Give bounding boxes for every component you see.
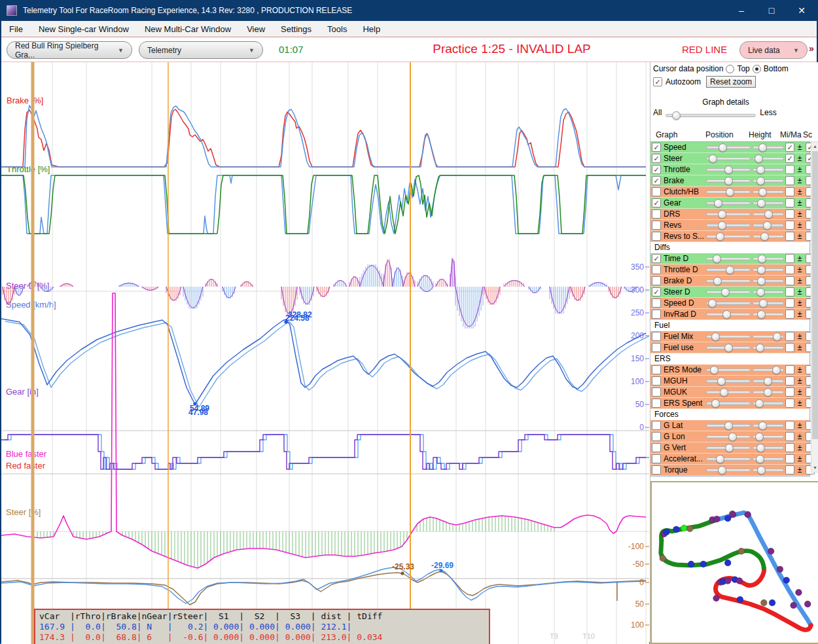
enable-checkbox-steer[interactable]: ✓	[652, 154, 661, 163]
height-slider-throttle-d-thumb[interactable]	[757, 266, 766, 274]
position-slider-drs-thumb[interactable]	[718, 210, 726, 219]
height-slider-mguh-thumb[interactable]	[764, 377, 772, 385]
plusminus-button-accelerat[interactable]: ±	[796, 454, 804, 463]
position-slider-mguk[interactable]	[706, 388, 751, 397]
position-slider-steer-thumb[interactable]	[709, 154, 717, 163]
height-slider-drs-thumb[interactable]	[764, 210, 773, 219]
position-slider-fuel-use[interactable]	[706, 344, 751, 352]
enable-checkbox-fuel-mix[interactable]	[652, 332, 661, 341]
position-slider-accelerat[interactable]	[706, 455, 751, 463]
cursor-bottom-radio[interactable]	[753, 65, 761, 73]
plusminus-button-g-vert[interactable]: ±	[796, 443, 804, 452]
height-slider-gear[interactable]	[753, 199, 784, 207]
position-slider-fuel-use-thumb[interactable]	[724, 344, 733, 352]
position-slider-speed[interactable]	[706, 143, 751, 152]
menu-item-tools[interactable]: Tools	[319, 22, 355, 36]
plusminus-button-revs[interactable]: ±	[796, 221, 804, 230]
height-slider-speed-thumb[interactable]	[758, 143, 767, 152]
mima-checkbox-mguk[interactable]	[785, 387, 794, 397]
position-slider-drs[interactable]	[706, 210, 751, 219]
height-slider-g-vert[interactable]	[753, 444, 784, 452]
close-button[interactable]: ✕	[787, 0, 817, 21]
plusminus-button-fuel-mix[interactable]: ±	[796, 332, 804, 341]
mima-checkbox-throttle-d[interactable]	[785, 265, 794, 274]
enable-checkbox-g-lat[interactable]	[652, 421, 661, 430]
menu-item-new-multi-car-window[interactable]: New Multi-Car Window	[137, 22, 239, 36]
track-selector-dropdown[interactable]: Red Bull Ring Spielberg Gra... ▼	[7, 41, 132, 59]
telemetry-charts-svg[interactable]: 350300250200150100500-100-50050100T9T102…	[1, 62, 649, 644]
height-slider-mguh[interactable]	[753, 377, 784, 385]
mima-checkbox-drs[interactable]	[785, 209, 794, 219]
autozoom-checkbox[interactable]: ✓	[653, 77, 662, 86]
minimize-button[interactable]: –	[726, 0, 756, 21]
enable-checkbox-steer-d[interactable]: ✓	[652, 287, 661, 296]
graph-list-scrollbar[interactable]: ▲ ▼	[811, 141, 818, 473]
plusminus-button-speed-d[interactable]: ±	[796, 298, 804, 308]
height-slider-ers-spent[interactable]	[753, 399, 784, 408]
expand-panel-button[interactable]: »	[809, 43, 814, 54]
height-slider-throttle-d[interactable]	[753, 266, 784, 274]
height-slider-g-lon[interactable]	[753, 433, 784, 441]
plusminus-button-g-lon[interactable]: ±	[796, 432, 804, 441]
mima-checkbox-speed[interactable]: ✓	[785, 143, 794, 152]
height-slider-time-d-thumb[interactable]	[758, 255, 766, 263]
height-slider-steer-thumb[interactable]	[755, 154, 763, 163]
plusminus-button-g-lat[interactable]: ±	[796, 421, 804, 430]
enable-checkbox-torque[interactable]	[652, 465, 661, 474]
enable-checkbox-accelerat[interactable]	[652, 454, 661, 463]
scrollbar-thumb[interactable]	[812, 151, 818, 439]
plusminus-button-ers-mode[interactable]: ±	[796, 365, 804, 374]
height-slider-time-d[interactable]	[753, 255, 784, 263]
height-slider-ers-mode-thumb[interactable]	[772, 366, 781, 374]
position-slider-revs[interactable]	[706, 221, 751, 230]
height-slider-mguk-thumb[interactable]	[764, 388, 772, 397]
position-slider-brake[interactable]	[706, 177, 751, 185]
height-slider-steer[interactable]	[753, 154, 784, 163]
position-slider-mguh[interactable]	[706, 377, 751, 385]
position-slider-revs-thumb[interactable]	[718, 221, 726, 230]
track-map-box[interactable]	[650, 481, 818, 644]
position-slider-steer-d-thumb[interactable]	[721, 288, 730, 296]
menu-item-help[interactable]: Help	[355, 22, 388, 36]
graph-details-slider-control-thumb[interactable]	[672, 111, 681, 120]
mima-checkbox-revs-to-s[interactable]	[785, 232, 794, 241]
height-slider-fuel-use-thumb[interactable]	[756, 344, 764, 352]
height-slider-accelerat[interactable]	[753, 455, 784, 463]
mima-checkbox-brake[interactable]	[785, 176, 794, 185]
position-slider-throttle-thumb[interactable]	[724, 166, 733, 174]
position-slider-g-lat-thumb[interactable]	[724, 421, 733, 430]
enable-checkbox-revs[interactable]	[652, 221, 661, 230]
mima-checkbox-invrad-d[interactable]	[785, 310, 794, 319]
position-slider-brake-d[interactable]	[706, 277, 751, 285]
height-slider-clutch-hb[interactable]	[753, 188, 784, 196]
enable-checkbox-speed[interactable]: ✓	[652, 143, 661, 152]
plusminus-button-mguk[interactable]: ±	[796, 387, 804, 397]
enable-checkbox-g-vert[interactable]	[652, 443, 661, 452]
mima-checkbox-time-d[interactable]	[785, 254, 794, 263]
position-slider-g-lon[interactable]	[706, 433, 751, 441]
height-slider-revs[interactable]	[753, 221, 784, 230]
height-slider-fuel-mix[interactable]	[753, 332, 784, 341]
height-slider-revs-to-s[interactable]	[753, 232, 784, 241]
position-slider-throttle[interactable]	[706, 166, 751, 174]
mima-checkbox-torque[interactable]	[785, 465, 794, 474]
position-slider-brake-d-thumb[interactable]	[713, 277, 722, 285]
position-slider-mguh-thumb[interactable]	[717, 377, 726, 385]
position-slider-mguk-thumb[interactable]	[720, 388, 728, 397]
enable-checkbox-brake-d[interactable]	[652, 276, 661, 285]
position-slider-fuel-mix-thumb[interactable]	[711, 332, 720, 341]
height-slider-fuel-mix-thumb[interactable]	[773, 332, 781, 341]
height-slider-brake[interactable]	[753, 177, 784, 185]
plusminus-button-torque[interactable]: ±	[796, 465, 804, 474]
enable-checkbox-time-d[interactable]: ✓	[652, 254, 661, 263]
telemetry-chart-area[interactable]: 350300250200150100500-100-50050100T9T102…	[1, 62, 649, 644]
height-slider-throttle[interactable]	[753, 166, 784, 174]
plusminus-button-clutch-hb[interactable]: ±	[796, 187, 804, 196]
plusminus-button-time-d[interactable]: ±	[796, 254, 804, 263]
position-slider-speed-d[interactable]	[706, 299, 751, 308]
mima-checkbox-fuel-use[interactable]	[785, 343, 794, 352]
position-slider-throttle-d[interactable]	[706, 266, 751, 274]
position-slider-time-d-thumb[interactable]	[713, 255, 721, 263]
position-slider-g-vert[interactable]	[706, 444, 751, 452]
menu-item-file[interactable]: File	[1, 22, 31, 36]
